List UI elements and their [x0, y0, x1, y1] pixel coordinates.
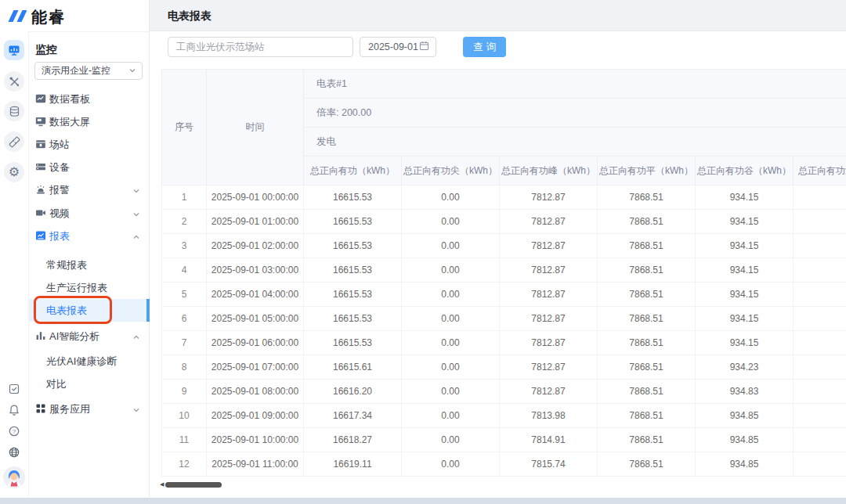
cell-seq: 1 — [162, 185, 207, 210]
rail-button-user-avatar[interactable] — [4, 467, 24, 488]
table-row: 112025-09-01 10:00:0016618.270.007814.91… — [162, 428, 846, 452]
rail-button-help-icon[interactable]: ? — [4, 421, 24, 441]
cell-value: 934.15 — [696, 283, 794, 307]
sidebar-item-光伏AI健康诊断[interactable]: 光伏AI健康诊断 — [29, 350, 150, 373]
org-select[interactable]: 演示用企业-监控 — [34, 62, 143, 80]
cell-value: 7814.91 — [500, 428, 598, 452]
query-button[interactable]: 查询 — [463, 37, 506, 57]
cell-value: 0.00 — [402, 283, 500, 307]
chevron-down-icon — [132, 405, 140, 416]
monitor-dashboard-icon — [8, 44, 20, 56]
cell-time: 2025-09-01 04:00:00 — [207, 283, 304, 307]
cell-value: 16615.53 — [304, 210, 402, 234]
gear-icon: ⚙ — [9, 166, 20, 178]
col-header-value: 总正向有功尖（kWh） — [402, 157, 500, 185]
tools-icon — [9, 76, 20, 88]
cell-value: 7812.87 — [500, 185, 598, 210]
sidebar-item-label: 设备 — [49, 156, 70, 178]
cell-value: 7812.87 — [500, 331, 598, 355]
sidebar-item-数据看板[interactable]: 数据看板 — [29, 88, 150, 110]
cell-value: 7868.51 — [598, 185, 696, 210]
cell-value: 0.00 — [402, 452, 500, 477]
cell-seq: 2 — [162, 210, 207, 234]
rail-button-database-icon[interactable] — [4, 101, 24, 121]
cell-value: 16615.53 — [304, 283, 402, 307]
sidebar-section-title: 监控 — [35, 43, 57, 57]
sidebar-item-生产运行报表[interactable]: 生产运行报表 — [29, 276, 150, 299]
cell-value: 7868.51 — [598, 258, 696, 283]
sidebar-item-label: 场站 — [49, 133, 70, 156]
icon-rail: ⚙? — [0, 31, 28, 497]
horizontal-scrollbar[interactable]: ◀ — [160, 481, 410, 488]
sidebar-item-AI智能分析[interactable]: AI智能分析 — [29, 325, 150, 347]
cell-value — [794, 428, 846, 452]
cell-value: 934.15 — [696, 210, 794, 234]
sidebar-item-报警[interactable]: 报警 — [29, 178, 150, 201]
sidebar-item-数据大屏[interactable]: 数据大屏 — [29, 110, 150, 133]
cell-value: 934.15 — [696, 185, 794, 210]
page-title: 电表报表 — [168, 0, 212, 31]
rail-button-ruler-icon[interactable] — [4, 131, 24, 152]
cell-value: 16616.20 — [304, 380, 402, 404]
bigscreen-icon — [35, 116, 46, 127]
cell-value: 7868.51 — [598, 283, 696, 307]
col-header-value: 总正向有功峰（kWh） — [500, 157, 598, 185]
meter-group-label: 发电 — [304, 128, 846, 157]
col-header-time: 时间 — [207, 70, 304, 185]
date-picker[interactable]: 2025-09-01 — [360, 37, 436, 57]
sidebar-item-label: 常规报表 — [46, 254, 87, 276]
cell-time: 2025-09-01 02:00:00 — [207, 234, 304, 258]
cell-value: 934.15 — [696, 258, 794, 283]
sidebar-item-label: 光伏AI健康诊断 — [46, 350, 117, 373]
sidebar-item-label: 报表 — [49, 225, 70, 247]
cell-seq: 4 — [162, 258, 207, 283]
cell-value: 16615.53 — [304, 258, 402, 283]
scrollbar-thumb[interactable] — [165, 482, 222, 488]
alarm-icon — [35, 184, 46, 195]
cell-seq: 9 — [162, 380, 207, 404]
cell-value: 0.00 — [402, 234, 500, 258]
cell-time: 2025-09-01 05:00:00 — [207, 307, 304, 331]
cell-value: 7812.87 — [500, 380, 598, 404]
cell-seq: 11 — [162, 428, 207, 452]
scroll-left-arrow-icon[interactable]: ◀ — [160, 481, 164, 488]
cell-value: 934.85 — [696, 452, 794, 477]
brand-logo: 能睿 — [8, 7, 66, 27]
cell-value: 7868.51 — [598, 380, 696, 404]
apps-icon — [35, 403, 46, 414]
sidebar-item-服务应用[interactable]: 服务应用 — [29, 398, 150, 420]
sidebar-item-场站[interactable]: 场站 — [29, 133, 150, 156]
sidebar-item-label: 生产运行报表 — [46, 276, 107, 299]
cell-value — [794, 185, 846, 210]
cell-time: 2025-09-01 01:00:00 — [207, 210, 304, 234]
rail-button-bell-icon[interactable] — [4, 400, 24, 420]
sidebar-item-报表[interactable]: 报表 — [29, 225, 150, 247]
cell-value: 0.00 — [402, 307, 500, 331]
brand-name: 能睿 — [31, 7, 66, 28]
sidebar-item-视频[interactable]: 视频 — [29, 202, 150, 225]
cell-value: 0.00 — [402, 404, 500, 428]
cell-value: 0.00 — [402, 258, 500, 283]
cell-seq: 8 — [162, 355, 207, 380]
cell-value: 7812.87 — [500, 234, 598, 258]
table-row: 82025-09-01 07:00:0016615.610.007812.877… — [162, 355, 846, 380]
meter-title: 电表#1 — [304, 70, 846, 99]
table-row: 22025-09-01 01:00:0016615.530.007812.877… — [162, 210, 846, 234]
sidebar-item-电表报表[interactable]: 电表报表 — [29, 299, 150, 322]
rail-button-tools-icon[interactable] — [4, 71, 24, 92]
cell-value: 0.00 — [402, 355, 500, 380]
page-header: 电表报表 — [150, 0, 846, 31]
sidebar-item-设备[interactable]: 设备 — [29, 156, 150, 178]
rail-button-gear-icon[interactable]: ⚙ — [4, 162, 24, 182]
cell-value — [794, 331, 846, 355]
cell-value — [794, 355, 846, 380]
rail-button-globe-icon[interactable] — [4, 442, 24, 463]
sidebar-item-常规报表[interactable]: 常规报表 — [29, 254, 150, 276]
rail-button-todo-check-icon[interactable] — [4, 379, 24, 399]
rail-button-monitor-dashboard-icon[interactable] — [4, 40, 24, 60]
cell-value: 934.85 — [696, 404, 794, 428]
station-input[interactable]: 工商业光伏示范场站 — [168, 37, 353, 57]
cell-time: 2025-09-01 03:00:00 — [207, 258, 304, 283]
cell-value: 7868.51 — [598, 452, 696, 477]
sidebar-item-对比[interactable]: 对比 — [29, 373, 150, 395]
